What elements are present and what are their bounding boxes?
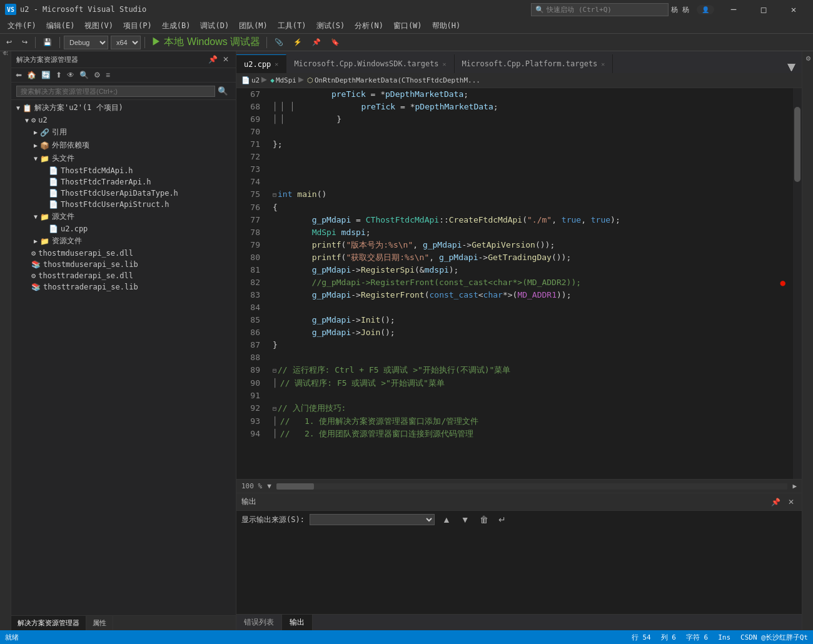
menu-build[interactable]: 生成(B) — [157, 19, 196, 33]
start-debug-button[interactable]: ▶ 本地 Windows 调试器 — [149, 36, 263, 49]
line-content: │││ preTick = *pDepthMarketData; — [268, 101, 793, 113]
h-scroll-right[interactable]: ▶ — [792, 482, 797, 490]
scrollbar-thumb[interactable] — [794, 107, 800, 182]
close-button[interactable]: ✕ — [779, 0, 808, 19]
sidebar-tool-refresh[interactable]: 🔄 — [39, 69, 53, 81]
menu-tools[interactable]: 工具(T) — [273, 19, 311, 33]
menu-edit[interactable]: 编辑(E) — [41, 19, 80, 33]
fold-icon[interactable]: ⊟ — [273, 191, 276, 198]
menu-test[interactable]: 测试(S) — [311, 19, 350, 33]
tab-windowssdk-close[interactable]: ✕ — [443, 61, 447, 68]
sidebar-tool-settings[interactable]: ⚙ — [92, 69, 103, 81]
fold-icon2[interactable]: ⊟ — [273, 367, 276, 374]
menu-project[interactable]: 项目(P) — [118, 19, 157, 33]
output-prev-button[interactable]: ▲ — [440, 513, 453, 526]
output-next-button[interactable]: ▼ — [458, 513, 472, 526]
solution-search-input[interactable] — [16, 86, 215, 97]
table-row: 83 g_pMdapi->RegisterFront(const_cast<ch… — [236, 289, 793, 301]
toolbar-redo[interactable]: ↪ — [18, 37, 31, 48]
solution-search-button[interactable]: 🔍 — [215, 85, 231, 97]
zoom-dropdown[interactable]: ▼ — [267, 482, 271, 490]
toolbar-misc1[interactable]: ⚡ — [290, 37, 306, 48]
h-scrollbar-thumb[interactable] — [276, 483, 314, 490]
tree-references[interactable]: ▶ 🔗 引用 — [11, 126, 236, 139]
nav-method[interactable]: ⬡ OnRtnDepthMarketData(CThostFtdcDepthM.… — [307, 76, 480, 84]
toolbar-misc2[interactable]: 📌 — [308, 37, 325, 48]
tree-solution[interactable]: ▼ 📋 解决方案'u2'(1 个项目) — [11, 101, 236, 114]
line-number: 69 — [236, 113, 268, 126]
toolbar-misc3[interactable]: 🔖 — [327, 37, 343, 48]
sidebar-tool-filter[interactable]: 🔍 — [78, 69, 91, 81]
menu-view[interactable]: 视图(V) — [79, 19, 118, 33]
tab-windowssdk[interactable]: Microsoft.Cpp.WindowsSDK.targets ✕ — [286, 54, 454, 73]
toolbar-attach[interactable]: 📎 — [271, 37, 287, 48]
tree-headers[interactable]: ▼ 📁 头文件 — [11, 152, 236, 165]
sidebar-tab-solution[interactable]: 解决方案资源管理器 — [11, 616, 86, 630]
line-number: 92 — [236, 402, 268, 415]
tree-external-deps[interactable]: ▶ 📦 外部依赖项 — [11, 139, 236, 152]
tree-sources[interactable]: ▼ 📁 源文件 — [11, 210, 236, 223]
tree-header-struct[interactable]: 📄 ThostFtdcUserApiStruct.h — [11, 199, 236, 210]
left-vert-tab2[interactable]: 决 — [0, 58, 11, 63]
menu-window[interactable]: 窗口(W) — [388, 19, 427, 33]
tab-u2cpp[interactable]: u2.cpp ✕ — [236, 54, 286, 73]
output-clear-button[interactable]: 🗑 — [477, 513, 491, 526]
horizontal-scrollbar[interactable] — [276, 483, 788, 490]
menu-help[interactable]: 帮助(H) — [427, 19, 466, 33]
output-close-button[interactable]: ✕ — [785, 496, 797, 508]
right-vert-btn1[interactable]: ⚙ — [803, 53, 812, 64]
tab-error-list[interactable]: 错误列表 — [236, 615, 282, 630]
tree-mduserapi-dll[interactable]: ⚙ thostmduserapi_se.dll — [11, 248, 236, 259]
nav-method-icon: ⬡ — [307, 76, 313, 84]
tab-output[interactable]: 输出 — [282, 615, 313, 630]
solution-explorer-title: 解决方案资源管理器 — [16, 55, 78, 64]
toolbar-save-all[interactable]: 💾 — [39, 37, 56, 48]
tree-traderapi-dll[interactable]: ⚙ thosttraderapi_se.dll — [11, 270, 236, 281]
sidebar-close-button[interactable]: ✕ — [221, 54, 231, 65]
nav-file[interactable]: 📄 u2 ⯈ — [241, 76, 268, 84]
toolbar-undo[interactable]: ↩ — [3, 37, 16, 48]
platform-select[interactable]: x64 x86 — [111, 36, 141, 49]
tree-resources[interactable]: ▶ 📁 资源文件 — [11, 234, 236, 248]
debug-config-select[interactable]: Debug Release — [64, 36, 108, 49]
menu-debug[interactable]: 调试(D) — [195, 19, 234, 33]
sidebar-tool-more[interactable]: ≡ — [104, 69, 112, 81]
output-source-select[interactable] — [310, 514, 435, 525]
output-wrap-button[interactable]: ↵ — [496, 513, 508, 526]
menu-file[interactable]: 文件(F) — [3, 19, 41, 33]
sidebar-tab-properties[interactable]: 属性 — [86, 616, 113, 630]
sidebar-tool-back[interactable]: ⬅ — [14, 69, 24, 81]
fold-icon3[interactable]: ⊟ — [273, 405, 276, 412]
left-vert-tab1[interactable]: 解 — [0, 53, 11, 58]
line-number: 76 — [236, 201, 268, 214]
tab-overflow[interactable]: ⯆ — [782, 61, 802, 73]
tree-header-datatype[interactable]: 📄 ThostFtdcUserApiDataType.h — [11, 188, 236, 199]
solution-arrow-icon: ▼ — [14, 104, 23, 111]
sidebar-tool-collapse[interactable]: ⬆ — [54, 69, 64, 81]
nav-class[interactable]: ◆ MdSpi ⯈ — [270, 76, 305, 84]
maximize-button[interactable]: □ — [749, 0, 778, 19]
output-pin-button[interactable]: 📌 — [769, 496, 783, 508]
tab-u2cpp-close[interactable]: ✕ — [275, 61, 278, 68]
sidebar-tool-home[interactable]: 🏠 — [25, 69, 38, 81]
tree-traderapi-lib[interactable]: 📚 thosttraderapi_se.lib — [11, 281, 236, 293]
tree-mduserapi-lib[interactable]: 📚 thostmduserapi_se.lib — [11, 259, 236, 270]
mdu-dll-label: thostmduserapi_se.dll — [38, 249, 133, 258]
tab-platform[interactable]: Microsoft.Cpp.Platform.targets ✕ — [455, 54, 614, 73]
tree-u2cpp[interactable]: 📄 u2.cpp — [11, 223, 236, 234]
menu-analyze[interactable]: 分析(N) — [350, 19, 388, 33]
ext-icon: 📦 — [40, 141, 49, 150]
sidebar-pin-button[interactable]: 📌 — [206, 54, 220, 65]
status-ready: 就绪 — [5, 633, 19, 642]
tree-header-md[interactable]: 📄 ThostFtdcMdApi.h — [11, 165, 236, 176]
editor-scrollbar[interactable] — [793, 88, 802, 479]
tab-platform-close[interactable]: ✕ — [601, 61, 605, 68]
tree-header-trader[interactable]: 📄 ThostFtdcTraderApi.h — [11, 176, 236, 188]
code-editor[interactable]: 67 preTick = *pDepthMarketData; 68 │││ p… — [236, 88, 793, 479]
tree-project[interactable]: ▼ ⚙ u2 — [11, 114, 236, 126]
sidebar-tool-show-all[interactable]: 👁 — [65, 69, 76, 81]
line-content: │// 调试程序: F5 或调试 >"开始调试"菜单 — [268, 377, 793, 390]
resources-icon: 📁 — [40, 237, 49, 246]
menu-team[interactable]: 团队(M) — [234, 19, 273, 33]
minimize-button[interactable]: ─ — [719, 0, 748, 19]
